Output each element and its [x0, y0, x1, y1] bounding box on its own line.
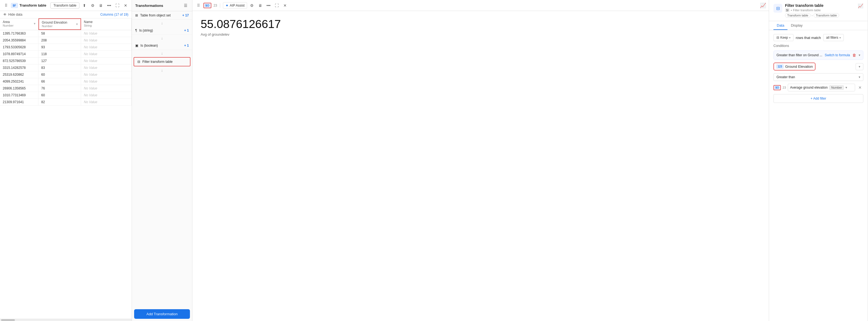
- expand-icon[interactable]: ⛶: [114, 2, 121, 9]
- area-filter-icon[interactable]: ▾: [34, 22, 35, 26]
- keep-row: ⊟ Keep ▾ rows that match all filters ▾: [773, 34, 863, 41]
- num-badge-icon: 123: [776, 65, 784, 69]
- tab-data[interactable]: Data: [773, 21, 787, 30]
- greater-than-dropdown[interactable]: Greater than ▾: [773, 73, 863, 81]
- name-cell: No Value: [81, 71, 132, 78]
- aip-assist-btn[interactable]: ✦ AIP Assist: [223, 2, 247, 9]
- horizontal-scrollbar[interactable]: [0, 319, 132, 321]
- drag-handle-icon2[interactable]: ⠿: [195, 2, 202, 9]
- transform-item-table-from-object[interactable]: ⊞ Table from object set + 17: [132, 11, 192, 20]
- value-field-chevron-icon: ▾: [845, 85, 847, 90]
- tab-display[interactable]: Display: [787, 21, 806, 30]
- all-filters-chevron-icon: ▾: [839, 36, 841, 39]
- eye-icon: 👁: [3, 13, 7, 16]
- transform-item-is-string[interactable]: ¶ Is (string) + 1: [132, 26, 192, 35]
- transform-table-btn[interactable]: Transform table: [50, 2, 80, 8]
- transform-item-count: + 1: [184, 29, 189, 32]
- keep-label: Keep: [780, 36, 788, 39]
- condition-summary-text: Greater than filter on Ground ...: [776, 53, 823, 57]
- area-cell: 1078.89749714: [0, 51, 38, 57]
- all-filters-dropdown[interactable]: all filters ▾: [823, 34, 844, 41]
- table-from-object-icon: ⊞: [135, 13, 138, 17]
- expand-chart-icon[interactable]: 📈: [858, 3, 863, 8]
- panel3-more-icon[interactable]: •••: [265, 2, 272, 9]
- area-col-name: Area: [3, 20, 13, 24]
- condition-value-row: $O 23 Average ground elevation Number ▾ …: [773, 84, 863, 92]
- panel3-settings-icon[interactable]: ⚙: [249, 2, 255, 9]
- filter-panel-header: ⊟ Filter transform table $I • Filter tra…: [769, 0, 868, 21]
- value-23-label: 23: [782, 86, 786, 89]
- arrow-down-3: ↓: [132, 50, 192, 57]
- metric-description: Avg of groundelev: [200, 32, 761, 36]
- ground-filter-icon[interactable]: ▾: [76, 22, 78, 26]
- ground-cell: 93: [38, 44, 81, 50]
- name-col-type: String: [84, 24, 93, 27]
- name-cell: No Value: [81, 51, 132, 57]
- ground-cell: 60: [38, 71, 81, 78]
- delete-condition-icon[interactable]: 🗑: [852, 53, 856, 57]
- upload-icon[interactable]: ⬆: [81, 2, 88, 9]
- add-transformation-button[interactable]: Add Transformation: [134, 309, 190, 319]
- drag-handle-icon[interactable]: ⠿: [3, 2, 9, 9]
- condition-expand-icon[interactable]: ▾: [859, 53, 860, 57]
- table-row: 25319.620862 60 No Value: [0, 71, 132, 78]
- monitor-icon[interactable]: 🖥: [98, 2, 104, 9]
- add-filter-button[interactable]: + Add filter: [773, 94, 863, 103]
- ground-cell: 208: [38, 37, 81, 44]
- area-cell: 1010.77313469: [0, 92, 38, 99]
- data-table-body: 1395.71766363 58 No Value 2054.35599884 …: [0, 30, 132, 319]
- transformations-menu-icon[interactable]: ☰: [182, 2, 189, 9]
- transform-item-count: + 1: [184, 44, 189, 47]
- panel3-close-icon[interactable]: ✕: [282, 2, 288, 9]
- panel3-expand-icon[interactable]: ⛶: [274, 2, 280, 9]
- sf-badge: $F: [11, 3, 18, 8]
- keep-filter-icon: ⊟: [776, 36, 779, 39]
- name-cell: No Value: [81, 92, 132, 99]
- so-badge-header: $O: [204, 3, 211, 8]
- table-row: 4099.2502241 66 No Value: [0, 78, 132, 85]
- hide-data-bar[interactable]: 👁 Hide data Columns (17 of 19): [0, 11, 132, 19]
- filter-panel-title-area: Filter transform table $I • Filter trans…: [785, 3, 839, 17]
- close-icon[interactable]: ✕: [122, 2, 129, 9]
- ground-elevation-selector[interactable]: 123 Ground Elevation: [773, 63, 815, 71]
- aip-star-icon: ✦: [225, 3, 229, 8]
- table-row: 1010.77313469 60 No Value: [0, 92, 132, 99]
- filter-tabs: Data Display: [769, 21, 868, 30]
- remove-value-icon[interactable]: ✕: [857, 84, 863, 91]
- keep-chevron-icon: ▾: [789, 36, 790, 39]
- transform-item-label: Filter transform table: [143, 60, 173, 64]
- settings-icon[interactable]: ⚙: [89, 2, 96, 9]
- name-cell: No Value: [81, 30, 132, 37]
- columns-badge[interactable]: Columns (17 of 19): [100, 13, 128, 16]
- so-value-badge: $O: [773, 85, 781, 90]
- more-icon[interactable]: •••: [106, 2, 113, 9]
- scrollbar-thumb[interactable]: [1, 319, 15, 321]
- switch-to-formula-link[interactable]: Switch to formula: [825, 53, 850, 57]
- breadcrumb-dot: •: [791, 8, 792, 12]
- chart-icon[interactable]: 📈: [760, 2, 766, 8]
- metric-display-area: 55.0876126617 Avg of groundelev: [192, 11, 769, 43]
- breadcrumb-item1[interactable]: Transform table: [785, 13, 811, 17]
- breadcrumb-item2[interactable]: Transform table: [813, 13, 839, 17]
- transform-item-is-boolean[interactable]: ▣ Is (boolean) + 1: [132, 41, 192, 50]
- table-row: 1793.53305628 93 No Value: [0, 44, 132, 51]
- panel3-monitor-icon[interactable]: 🖥: [257, 2, 264, 9]
- keep-dropdown[interactable]: ⊟ Keep ▾: [773, 34, 794, 41]
- table-row: 21309.971641 82 No Value: [0, 99, 132, 106]
- transform-item-count: + 17: [182, 13, 189, 17]
- average-ground-elevation-field[interactable]: Average ground elevation Number ▾: [788, 84, 855, 92]
- ground-cell: 127: [38, 58, 81, 64]
- ground-elevation-column-header: Ground Elevation Number ▾: [38, 19, 81, 30]
- ground-elevation-label: Ground Elevation: [785, 65, 813, 69]
- name-cell: No Value: [81, 99, 132, 105]
- table-row: 1078.89749714 118 No Value: [0, 51, 132, 58]
- hide-data-label: Hide data: [8, 13, 22, 16]
- filter-breadcrumb-nav: Transform table › Transform table: [785, 13, 839, 17]
- ground-elevation-dropdown[interactable]: ▾: [856, 63, 863, 70]
- ground-cell: 76: [38, 85, 81, 92]
- filter-panel-icon: ⊟: [773, 4, 782, 13]
- transform-item-filter[interactable]: ⊟ Filter transform table: [133, 57, 190, 66]
- ground-cell: 83: [38, 65, 81, 71]
- area-column-header: Area Number ▾: [0, 19, 38, 30]
- name-column-header: Name String: [81, 19, 132, 30]
